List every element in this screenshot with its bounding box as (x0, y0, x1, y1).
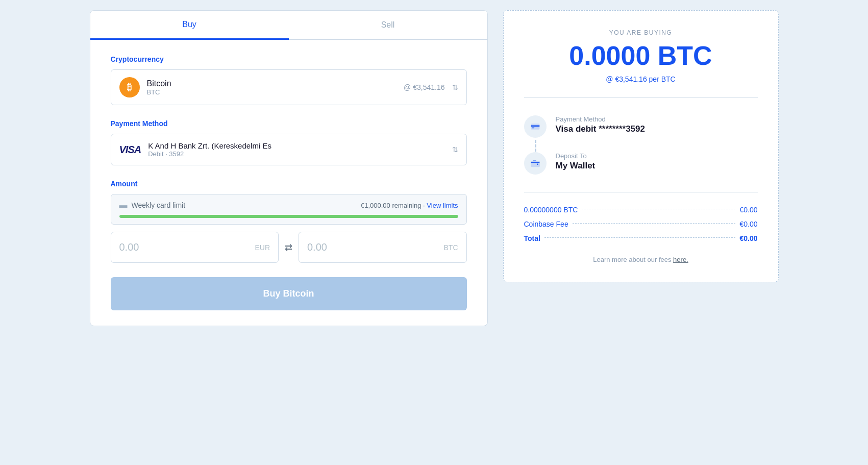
fee-rows: 0.00000000 BTC €0.00 Coinbase Fee €0.00 … (524, 203, 758, 246)
payment-method-selector[interactable]: VISA K And H Bank Zrt. (Kereskedelmi Es … (111, 134, 467, 165)
crypto-left: ₿ Bitcoin BTC (119, 77, 171, 97)
tab-sell[interactable]: Sell (289, 11, 487, 39)
bank-name: K And H Bank Zrt. (Kereskedelmi Es (148, 141, 271, 150)
learn-more-text: Learn more about our fees (593, 256, 671, 263)
svg-rect-2 (532, 128, 534, 129)
fee-dots-2 (573, 223, 736, 224)
buy-sell-panel: Buy Sell Cryptocurrency ₿ Bitcoin BTC @ … (90, 10, 488, 326)
crypto-price: @ €3,541.16 (404, 83, 444, 91)
crypto-name: Bitcoin (147, 79, 171, 88)
coinbase-fee-row: Coinbase Fee €0.00 (524, 217, 758, 231)
btc-line-amount: €0.00 (739, 206, 757, 214)
progress-bar (119, 215, 458, 218)
tab-bar: Buy Sell (90, 11, 487, 40)
total-amount: €0.00 (739, 234, 757, 242)
fees-here-link[interactable]: here. (673, 256, 688, 263)
btc-fee-row: 0.00000000 BTC €0.00 (524, 203, 758, 217)
swap-icon[interactable]: ⇄ (285, 242, 292, 253)
deposit-to-value: My Wallet (556, 161, 596, 171)
weekly-card-limit-label: Weekly card limit (132, 201, 186, 209)
wallet-icon (530, 158, 540, 168)
coinbase-fee-amount: €0.00 (739, 220, 757, 228)
buy-bitcoin-button[interactable]: Buy Bitcoin (111, 277, 467, 310)
btc-value: 0.00 (307, 241, 327, 253)
amount-label: Amount (111, 180, 467, 188)
total-label: Total (524, 234, 540, 242)
btc-line-label: 0.00000000 BTC (524, 206, 578, 214)
chevron-updown-icon: ⇅ (452, 84, 458, 91)
bank-sub: Debit · 3592 (148, 150, 271, 158)
payment-left: VISA K And H Bank Zrt. (Kereskedelmi Es … (119, 141, 271, 158)
btc-amount-large: 0.0000 BTC (524, 40, 758, 71)
eur-input[interactable]: 0.00 EUR (111, 232, 279, 263)
eur-currency: EUR (255, 243, 270, 252)
payment-info-content: Payment Method Visa debit ********3592 (556, 115, 645, 134)
cryptocurrency-label: Cryptocurrency (111, 55, 467, 63)
deposit-to-label: Deposit To (556, 152, 596, 160)
limit-row: ▬ Weekly card limit €1,000.00 remaining … (119, 201, 458, 210)
bank-info: K And H Bank Zrt. (Kereskedelmi Es Debit… (148, 141, 271, 158)
payment-right: ⇅ (452, 146, 458, 153)
price-per-btc: @ €3,541.16 per BTC (524, 75, 758, 83)
progress-fill (119, 215, 458, 218)
fee-dots-1 (582, 209, 735, 209)
credit-card-icon (530, 121, 540, 132)
svg-rect-3 (531, 161, 539, 167)
crypto-info: Bitcoin BTC (147, 79, 171, 96)
view-limits-link[interactable]: View limits (427, 202, 458, 209)
learn-more: Learn more about our fees here. (524, 256, 758, 263)
visa-logo: VISA (119, 144, 141, 156)
order-summary-panel: YOU ARE BUYING 0.0000 BTC @ €3,541.16 pe… (503, 10, 779, 282)
you-are-buying-label: YOU ARE BUYING (524, 29, 758, 36)
total-row: Total €0.00 (524, 231, 758, 246)
divider-middle (524, 192, 758, 192)
payment-icon-circle (524, 115, 547, 138)
deposit-to-row: Deposit To My Wallet (524, 145, 758, 182)
remaining-amount: €1,000.00 remaining (361, 202, 421, 209)
limit-bar-area: ▬ Weekly card limit €1,000.00 remaining … (111, 194, 467, 225)
deposit-info-content: Deposit To My Wallet (556, 152, 596, 171)
btc-icon: ₿ (119, 77, 140, 97)
btc-input[interactable]: 0.00 BTC (299, 232, 467, 263)
crypto-right: @ €3,541.16 ⇅ (404, 83, 458, 91)
fee-dots-3 (544, 237, 736, 238)
payment-method-info-value: Visa debit ********3592 (556, 124, 645, 134)
limit-left: ▬ Weekly card limit (119, 201, 186, 210)
payment-method-row: Payment Method Visa debit ********3592 (524, 108, 758, 145)
divider-top (524, 97, 758, 98)
form-body: Cryptocurrency ₿ Bitcoin BTC @ €3,541.16… (90, 40, 487, 326)
coinbase-fee-label: Coinbase Fee (524, 220, 568, 228)
svg-rect-4 (533, 160, 536, 161)
eur-value: 0.00 (119, 241, 139, 253)
card-icon: ▬ (119, 201, 128, 210)
crypto-ticker: BTC (147, 88, 171, 96)
amount-input-row: 0.00 EUR ⇄ 0.00 BTC (111, 232, 467, 263)
payment-method-info-label: Payment Method (556, 115, 645, 123)
tab-buy[interactable]: Buy (90, 11, 289, 40)
cryptocurrency-selector[interactable]: ₿ Bitcoin BTC @ €3,541.16 ⇅ (111, 69, 467, 105)
payment-method-label: Payment Method (111, 119, 467, 128)
wallet-icon-circle (524, 152, 547, 175)
svg-rect-1 (531, 126, 539, 127)
limit-right: €1,000.00 remaining · View limits (361, 202, 458, 209)
btc-currency: BTC (444, 243, 458, 252)
payment-chevron-icon: ⇅ (452, 146, 458, 153)
